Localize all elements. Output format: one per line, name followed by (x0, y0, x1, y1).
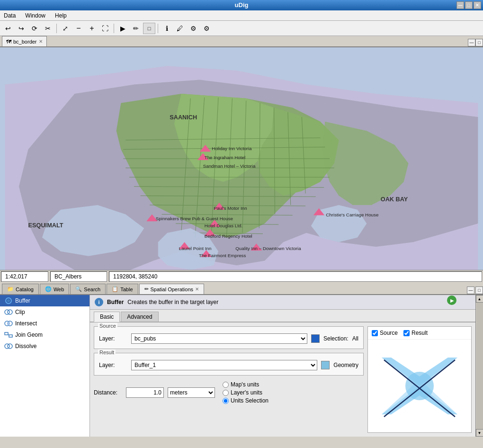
tab-table-label: Table (120, 287, 133, 292)
join-geom-icon (4, 331, 13, 339)
map-icon: 🗺 (6, 39, 11, 45)
distance-section: Distance: meters kilometers feet miles (94, 379, 364, 408)
svg-point-50 (8, 310, 12, 314)
svg-text:Laurel Point Inn: Laurel Point Inn (179, 246, 212, 251)
forward-button[interactable]: ↪ (15, 23, 27, 34)
result-geometry-label: Geometry (333, 362, 358, 368)
distance-row: Distance: meters kilometers feet miles (94, 381, 364, 404)
preview-area: Source Result (367, 326, 472, 433)
op-intersect[interactable]: Intersect (0, 318, 89, 329)
close-button[interactable]: ✕ (474, 1, 481, 9)
pan-button[interactable]: ⛶ (99, 23, 111, 34)
source-layer-select[interactable]: bc_pubs (131, 333, 307, 344)
map-tab-bc-border[interactable]: 🗺 bc_border ✕ (2, 36, 47, 46)
minimize-button[interactable]: — (456, 1, 464, 9)
run-button[interactable] (447, 296, 456, 305)
settings-button[interactable]: ⚙ (187, 23, 199, 34)
result-legend: Result (98, 349, 116, 355)
coordinates-value: 1192804, 385240 (113, 273, 157, 280)
source-color-box[interactable] (311, 334, 320, 343)
tab-advanced[interactable]: Advanced (121, 312, 158, 322)
settings2-button[interactable]: ⚙ (200, 23, 213, 34)
titlebar-controls[interactable]: — □ ✕ (456, 1, 481, 9)
tab-catalog[interactable]: 📁 Catalog (2, 284, 39, 294)
source-checkbox-item[interactable]: Source (372, 330, 398, 336)
radio-map-units[interactable]: Map's units (223, 381, 268, 388)
edit-button[interactable]: ✏ (130, 23, 142, 34)
select-button[interactable]: □ (143, 23, 155, 34)
tab-catalog-label: Catalog (16, 287, 34, 292)
op-buffer[interactable]: Buffer (0, 295, 89, 306)
tab-spatial-operations[interactable]: ✏ Spatial Operations ✕ (139, 284, 205, 294)
clip-icon (4, 308, 13, 316)
scroll-up-btn[interactable]: ▲ (476, 295, 483, 303)
run-area (447, 296, 456, 305)
distance-unit-select[interactable]: meters kilometers feet miles (168, 387, 215, 398)
scroll-down-btn[interactable]: ▼ (476, 429, 483, 437)
coordinates-display: 1192804, 385240 (109, 271, 482, 282)
source-layer-row: Layer: bc_pubs Selection: All (99, 333, 358, 344)
tab-table[interactable]: 📋 Table (107, 284, 138, 294)
info-button[interactable]: ℹ (161, 23, 173, 34)
radio-map-units-input[interactable] (223, 382, 229, 388)
draw-button[interactable]: ▶ (116, 23, 129, 34)
panel-minimize-btn[interactable]: — (467, 287, 474, 294)
radio-units-selection-input[interactable] (223, 398, 229, 404)
result-checkbox[interactable] (403, 330, 410, 336)
panel-maximize-btn[interactable]: □ (475, 287, 483, 294)
scroll-track[interactable] (476, 303, 483, 429)
tab-search[interactable]: 🔍 Search (70, 284, 106, 294)
tab-search-label: Search (84, 287, 100, 292)
radio-units-selection[interactable]: Units Selection (223, 397, 268, 404)
config-header: i Buffer Creates the buffer in the targe… (90, 295, 475, 310)
result-color-box[interactable] (321, 361, 330, 369)
menu-help[interactable]: Help (53, 11, 69, 20)
menu-window[interactable]: Window (23, 11, 47, 20)
radio-layer-units-input[interactable] (223, 390, 229, 396)
pen-button[interactable]: 🖊 (174, 23, 186, 34)
op-dissolve[interactable]: Dissolve (0, 340, 89, 352)
scale-display: 1:42,017 (1, 271, 48, 282)
radio-layer-units[interactable]: Layer's units (223, 389, 268, 396)
units-radio-group: Map's units Layer's units Units Selectio… (223, 381, 268, 404)
bottom-tab-bar: 📁 Catalog 🌐 Web 🔍 Search 📋 Table ✏ Spati… (0, 283, 483, 295)
op-clip[interactable]: Clip (0, 306, 89, 318)
map-tab-bar: 🗺 bc_border ✕ — □ (0, 36, 483, 47)
map-maximize-btn[interactable]: □ (475, 39, 483, 46)
config-desc: Creates the buffer in the target layer (127, 299, 218, 305)
config-body: Source Layer: bc_pubs Selection: All (90, 323, 475, 437)
result-layer-select[interactable]: Buffer_1 (131, 360, 317, 370)
maximize-button[interactable]: □ (465, 1, 473, 9)
map-tab-close[interactable]: ✕ (39, 39, 43, 44)
app-title: uDig (235, 1, 249, 9)
spatial-tab-close[interactable]: ✕ (195, 287, 199, 292)
map-minimize-btn[interactable]: — (468, 39, 475, 46)
result-checkbox-item[interactable]: Result (403, 330, 428, 336)
menubar: Data Window Help (0, 10, 483, 21)
op-buffer-label: Buffer (15, 297, 30, 304)
separator-3 (158, 24, 158, 33)
source-checkbox[interactable] (372, 330, 378, 336)
dissolve-icon (4, 342, 13, 350)
zoom-in-button[interactable]: + (86, 23, 98, 34)
separator-1 (56, 24, 57, 33)
distance-input[interactable] (126, 387, 164, 398)
projection-display: BC_Albers (50, 271, 107, 282)
svg-text:Spinnakers Brew Pub & Guest Ho: Spinnakers Brew Pub & Guest House (156, 216, 233, 221)
menu-data[interactable]: Data (2, 11, 18, 20)
zoom-out-button[interactable]: − (72, 23, 85, 34)
map-container[interactable]: SAANICH OAK BAY ESQUIMALT Holiday Inn Vi… (0, 47, 483, 270)
zoom-fit-button[interactable]: ⤢ (59, 23, 72, 34)
svg-text:Holiday Inn Victoria: Holiday Inn Victoria (212, 146, 252, 151)
cut-button[interactable]: ✂ (42, 23, 54, 34)
radio-layer-units-label: Layer's units (231, 389, 262, 396)
svg-text:ESQUIMALT: ESQUIMALT (28, 222, 63, 229)
intersect-icon (4, 320, 13, 327)
refresh-button[interactable]: ⟳ (28, 23, 41, 34)
op-join-geom[interactable]: Join Geom (0, 329, 89, 340)
tab-web[interactable]: 🌐 Web (40, 284, 69, 294)
tab-basic[interactable]: Basic (94, 312, 120, 322)
source-legend: Source (98, 323, 117, 329)
svg-rect-54 (9, 335, 12, 337)
back-button[interactable]: ↩ (2, 23, 14, 34)
